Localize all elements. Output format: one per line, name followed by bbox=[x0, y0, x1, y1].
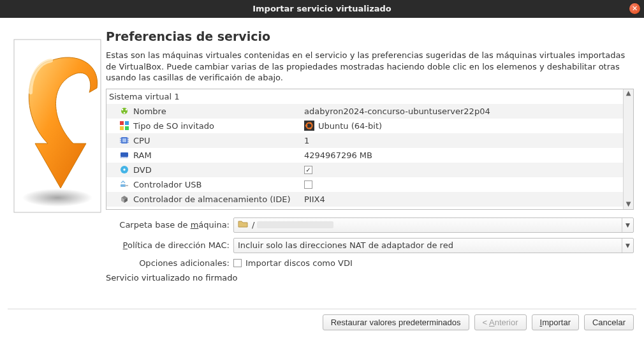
base-folder-combo[interactable]: / ▼ bbox=[233, 217, 634, 233]
import-vdi-checkbox[interactable] bbox=[233, 259, 242, 267]
svg-point-2 bbox=[22, 189, 92, 207]
restore-defaults-button[interactable]: Restaurar valores predeterminados bbox=[323, 314, 469, 330]
wizard-art bbox=[10, 26, 106, 305]
chevron-down-icon[interactable]: ▼ bbox=[622, 218, 633, 232]
row-ram-value: 4294967296 MB bbox=[304, 151, 372, 160]
ram-icon bbox=[119, 150, 129, 160]
button-bar: Restaurar valores predeterminados < Ante… bbox=[10, 314, 634, 338]
scroll-down-icon[interactable]: ▼ bbox=[624, 200, 633, 209]
row-name-label: Nombre bbox=[133, 107, 166, 116]
import-button[interactable]: Importar bbox=[532, 314, 579, 330]
os-icon bbox=[119, 121, 129, 131]
row-ostype[interactable]: Tipo de SO invitado Ubuntu (64-bit) bbox=[106, 119, 623, 133]
row-dvd[interactable]: DVD ✓ bbox=[106, 163, 623, 177]
row-dvd-label: DVD bbox=[133, 165, 152, 175]
svg-rect-24 bbox=[121, 152, 128, 157]
previous-button: < Anterior bbox=[474, 314, 527, 330]
row-ostype-value: Ubuntu (64-bit) bbox=[318, 121, 382, 131]
svg-point-30 bbox=[123, 168, 125, 170]
row-ide[interactable]: Controlador de almacenamiento (IDE) PIIX… bbox=[106, 192, 623, 207]
row-ostype-label: Tipo de SO invitado bbox=[133, 121, 214, 131]
dialog-content: Preferencias de servicio Estas son las m… bbox=[0, 18, 644, 338]
svg-rect-31 bbox=[121, 184, 126, 187]
appliance-settings-table: Sistema virtual 1 Nombre adabyron2024-co… bbox=[106, 89, 634, 210]
mac-policy-value: Incluir solo las direcciones NAT de adap… bbox=[238, 240, 453, 250]
import-arrow-icon bbox=[13, 38, 102, 214]
chevron-down-icon[interactable]: ▼ bbox=[622, 239, 633, 253]
page-description: Estas son las máquinas virtuales conteni… bbox=[106, 50, 634, 84]
row-ide-value: PIIX4 bbox=[304, 195, 325, 204]
close-icon[interactable]: ✕ bbox=[629, 3, 640, 14]
row-usb-label: Controlador USB bbox=[133, 180, 201, 189]
base-folder-value-prefix: / bbox=[252, 220, 254, 230]
svg-point-4 bbox=[122, 109, 124, 111]
cpu-icon bbox=[119, 135, 129, 145]
row-cpu-value: 1 bbox=[304, 136, 309, 145]
svg-rect-7 bbox=[120, 121, 124, 125]
svg-point-13 bbox=[305, 124, 308, 127]
folder-icon bbox=[238, 219, 248, 230]
name-icon bbox=[119, 106, 129, 116]
signature-status: Servicio virtualizado no firmado bbox=[106, 273, 634, 283]
base-folder-value-redacted bbox=[257, 221, 333, 228]
storage-controller-icon bbox=[119, 194, 129, 204]
svg-point-6 bbox=[124, 112, 126, 114]
svg-rect-8 bbox=[125, 121, 129, 125]
mac-policy-label: Política de dirección MAC: bbox=[106, 240, 233, 250]
separator bbox=[8, 309, 636, 309]
mac-policy-combo[interactable]: Incluir solo las direcciones NAT de adap… bbox=[233, 238, 634, 253]
base-folder-label: Carpeta base de máquina: bbox=[106, 220, 233, 230]
system-group-label: Sistema virtual 1 bbox=[109, 92, 179, 101]
row-ide-label: Controlador de almacenamiento (IDE) bbox=[133, 195, 290, 204]
row-cpu[interactable]: CPU 1 bbox=[106, 133, 623, 148]
titlebar: Importar servicio virtualizado ✕ bbox=[0, 0, 644, 18]
svg-rect-9 bbox=[120, 126, 124, 130]
cancel-button[interactable]: Cancelar bbox=[584, 314, 634, 330]
svg-point-15 bbox=[309, 128, 311, 129]
usb-icon bbox=[119, 179, 129, 189]
svg-point-14 bbox=[309, 122, 311, 124]
scroll-up-icon[interactable]: ▲ bbox=[624, 89, 633, 98]
row-ram[interactable]: RAM 4294967296 MB bbox=[106, 148, 623, 163]
svg-rect-10 bbox=[125, 126, 129, 130]
dvd-checkbox[interactable]: ✓ bbox=[304, 166, 312, 174]
usb-checkbox[interactable] bbox=[304, 180, 312, 189]
row-name-value: adabyron2024-concurso-ubuntuserver22p04 bbox=[304, 107, 490, 116]
row-cpu-label: CPU bbox=[133, 136, 150, 145]
window-title: Importar servicio virtualizado bbox=[252, 4, 392, 13]
row-name[interactable]: Nombre adabyron2024-concurso-ubuntuserve… bbox=[106, 104, 623, 119]
row-usb[interactable]: Controlador USB bbox=[106, 177, 623, 192]
svg-rect-17 bbox=[122, 138, 126, 142]
table-scrollbar[interactable]: ▲ ▼ bbox=[623, 89, 633, 209]
extra-options-label: Opciones adicionales: bbox=[106, 258, 233, 268]
page-title: Preferencias de servicio bbox=[106, 29, 634, 43]
dvd-icon bbox=[119, 165, 129, 175]
import-vdi-label: Importar discos como VDI bbox=[245, 258, 353, 268]
svg-rect-32 bbox=[125, 185, 128, 186]
svg-point-5 bbox=[126, 109, 128, 111]
row-ram-label: RAM bbox=[133, 151, 152, 160]
ubuntu-icon bbox=[304, 121, 314, 131]
system-group-row[interactable]: Sistema virtual 1 bbox=[106, 89, 623, 104]
